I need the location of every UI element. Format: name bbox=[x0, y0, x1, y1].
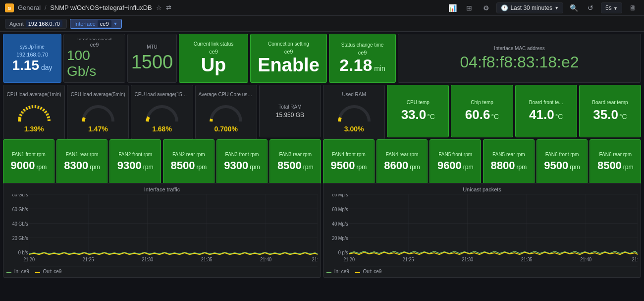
cpu-temp-title: CPU temp bbox=[390, 100, 445, 105]
dashboard-icon[interactable]: ⊞ bbox=[463, 1, 476, 14]
fan6f-title: FAN6 front rpm bbox=[540, 152, 585, 157]
cpu1min-panel: CPU load average(1min) 1.39% bbox=[3, 85, 65, 139]
settings-icon[interactable]: ⚙ bbox=[480, 1, 492, 14]
svg-text:21:20: 21:20 bbox=[343, 256, 355, 262]
fan2r-unit: rpm bbox=[196, 164, 207, 171]
agent-filter[interactable]: Agent 192.168.0.70 bbox=[5, 19, 67, 29]
used-ram-title: Used RAM bbox=[326, 92, 381, 97]
zoom-icon[interactable]: 🔍 bbox=[567, 1, 580, 14]
cpu-temp-panel: CPU temp 33.0 °C bbox=[387, 85, 449, 137]
avg-cpu-title: Average CPU Core usege bbox=[199, 92, 254, 97]
fan6f-unit: rpm bbox=[570, 164, 580, 171]
sysuptime-ip: 192.168.0.70 bbox=[16, 52, 48, 58]
chip-temp-value: 60.6 bbox=[465, 107, 490, 122]
avg-cpu-value: 0.700% bbox=[214, 125, 237, 133]
fan5f-unit: rpm bbox=[463, 164, 474, 171]
unicast-legend-out: Out: ce9 bbox=[355, 269, 382, 274]
connection-setting-iface: ce9 bbox=[284, 49, 293, 55]
sysuptime-panel: sysUpTime 192.168.0.70 1.15 day bbox=[3, 34, 61, 83]
total-ram-value: 15.950 GB bbox=[276, 112, 304, 119]
tv-icon[interactable]: 🖥 bbox=[626, 1, 639, 14]
traffic-chart-title: Interface traffic bbox=[6, 186, 318, 192]
chart-icon[interactable]: 📊 bbox=[446, 1, 459, 14]
board-front-unit: °C bbox=[555, 113, 563, 120]
fan2r-title: FAN2 rear rpm bbox=[166, 152, 211, 157]
mtu-panel: MTU 1500 bbox=[127, 34, 177, 83]
fan3r-value: 8500 bbox=[277, 159, 302, 172]
fan4r-panel: FAN4 rear rpm 8600 rpm bbox=[376, 139, 428, 184]
svg-text:21:45: 21:45 bbox=[632, 256, 638, 262]
refresh-icon[interactable]: ↺ bbox=[584, 1, 597, 14]
svg-text:G: G bbox=[7, 6, 11, 11]
topbar: G General / SNMP w/OcNOS+telegraf+influx… bbox=[0, 0, 644, 16]
fan4f-panel: FAN4 front rpm 9500 rpm bbox=[323, 139, 375, 184]
svg-text:0 b/s: 0 b/s bbox=[18, 250, 28, 256]
row3: FAN1 front rpm 9000 rpm FAN1 rear rpm 83… bbox=[0, 138, 644, 183]
cpu1min-title: CPU load average(1min) bbox=[6, 92, 61, 97]
row1: sysUpTime 192.168.0.70 1.15 day Interfac… bbox=[0, 32, 644, 84]
refresh-interval-button[interactable]: 5s ▼ bbox=[601, 2, 622, 13]
fan2f-title: FAN2 front rpm bbox=[113, 152, 158, 157]
cpu15min-title: CPU load average(15min) bbox=[134, 92, 189, 97]
sct-value: 2.18 bbox=[339, 56, 372, 75]
fan5r-title: FAN5 rear rpm bbox=[486, 152, 531, 157]
breadcrumb-page: SNMP w/OcNOS+telegraf+influxDB bbox=[50, 4, 152, 11]
total-ram-title: Total RAM bbox=[263, 104, 318, 110]
fan6f-value: 9500 bbox=[544, 159, 568, 172]
fan6r-unit: rpm bbox=[623, 164, 634, 171]
fan2r-value: 8500 bbox=[171, 159, 195, 172]
svg-text:21:20: 21:20 bbox=[23, 256, 35, 262]
sysuptime-value: 1.15 bbox=[12, 59, 39, 72]
favorite-icon[interactable]: ☆ bbox=[156, 4, 162, 11]
board-front-title: Board front te... bbox=[519, 100, 574, 105]
svg-text:80 Gb/s: 80 Gb/s bbox=[12, 194, 28, 198]
fan4f-unit: rpm bbox=[357, 164, 367, 171]
unicast-legend-in-dot bbox=[326, 272, 331, 273]
row2: CPU load average(1min) 1.39% CPU load av… bbox=[0, 84, 644, 138]
fan3r-unit: rpm bbox=[303, 164, 314, 171]
cpu15min-gauge bbox=[142, 99, 182, 124]
breadcrumb-home[interactable]: General bbox=[18, 4, 41, 11]
svg-text:60 Gb/s: 60 Gb/s bbox=[12, 206, 28, 212]
chevron-down-icon2: ▼ bbox=[613, 6, 618, 11]
sysuptime-unit: day bbox=[41, 63, 53, 71]
used-ram-panel: Used RAM 3.00% bbox=[323, 85, 385, 139]
chip-temp-unit: °C bbox=[491, 113, 499, 120]
traffic-legend: In: ce9 Out: ce9 bbox=[6, 269, 318, 274]
fan5f-panel: FAN5 front rpm 9600 rpm bbox=[429, 139, 481, 184]
time-range-button[interactable]: 🕐 Last 30 minutes ▼ bbox=[496, 2, 563, 13]
refresh-interval-label: 5s bbox=[605, 4, 612, 11]
fan6f-panel: FAN6 front rpm 9500 rpm bbox=[537, 139, 588, 184]
cpu1min-gauge bbox=[14, 99, 54, 124]
cpu1min-value: 1.39% bbox=[24, 125, 44, 133]
current-link-panel: Current link status ce9 Up bbox=[179, 34, 248, 83]
fan1r-value: 8300 bbox=[64, 159, 88, 172]
board-rear-title: Board rear temp bbox=[583, 100, 638, 105]
cpu-temp-value: 33.0 bbox=[401, 107, 427, 122]
avg-cpu-gauge bbox=[206, 99, 246, 124]
svg-text:21:40: 21:40 bbox=[580, 256, 591, 262]
current-link-iface: ce9 bbox=[209, 49, 218, 55]
chevron-down-icon3: ▼ bbox=[113, 21, 118, 26]
unicast-chart-title: Unicast packets bbox=[326, 186, 638, 192]
mac-address-panel: Interface MAC address 04:f8:f8:83:18:e2 bbox=[398, 34, 641, 83]
fan6r-value: 8500 bbox=[597, 159, 622, 172]
fan1r-unit: rpm bbox=[90, 164, 100, 171]
svg-text:21:25: 21:25 bbox=[403, 256, 414, 262]
fan1f-panel: FAN1 front rpm 9000 rpm bbox=[3, 139, 54, 184]
clock-icon: 🕐 bbox=[501, 4, 508, 11]
used-ram-value: 3.00% bbox=[344, 125, 364, 133]
share-icon[interactable]: ⇄ bbox=[166, 4, 171, 11]
sct-iface: ce9 bbox=[358, 50, 367, 56]
board-rear-value: 35.0 bbox=[593, 107, 618, 122]
fan3f-panel: FAN3 front rpm 9300 rpm bbox=[216, 139, 268, 184]
unicast-legend-in: In: ce9 bbox=[326, 269, 349, 274]
traffic-legend-out: Out: ce9 bbox=[35, 269, 62, 274]
status-change-time-title: Status change time bbox=[332, 42, 392, 48]
interface-filter[interactable]: Interface ce9 ▼ bbox=[70, 19, 122, 29]
fan3r-panel: FAN3 rear rpm 8500 rpm bbox=[269, 139, 321, 184]
fan4r-value: 8600 bbox=[384, 159, 408, 172]
fan5r-unit: rpm bbox=[517, 164, 527, 171]
time-range-label: Last 30 minutes bbox=[510, 4, 552, 11]
used-ram-gauge bbox=[334, 99, 374, 124]
